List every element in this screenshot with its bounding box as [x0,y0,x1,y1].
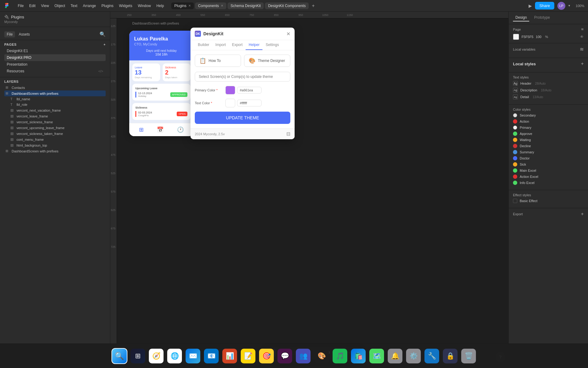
zoom-level: 100% [576,4,584,8]
dock-miro[interactable]: 🎯 [258,348,274,364]
search-icon[interactable]: 🔍 [100,31,106,37]
select-screen-input[interactable] [195,72,290,82]
tab-designkit-components[interactable]: DesignKit Components [265,2,309,9]
tab-schema[interactable]: Schema DesignKit [228,2,264,9]
dock-notification[interactable]: 🔔 [387,348,403,364]
cs-secondary-dot [513,113,517,117]
menu-widgets[interactable]: Widgets [117,2,135,9]
menu-edit[interactable]: Edit [27,2,38,9]
effect-styles-section: Effect styles Basic Effect [509,190,588,208]
prototype-tab[interactable]: Prototype [532,14,552,21]
tab-plugins[interactable]: Plugins ✕ [171,2,194,9]
local-styles-add[interactable]: + [581,61,584,67]
layer-leave-frame[interactable]: ▤ vercont_leave_frame [9,113,106,119]
avatar[interactable]: LP [557,2,565,10]
calendar-icon[interactable]: 📅 [157,126,164,133]
add-page-button[interactable]: + [104,43,106,46]
share-button[interactable]: Share [535,2,554,10]
dock-xcode[interactable]: 🔧 [424,348,440,364]
design-tab[interactable]: Design [513,14,529,21]
dock-systemprefs[interactable]: ⚙️ [405,348,421,364]
file-button[interactable]: File [4,31,15,37]
primary-color-swatch[interactable] [225,86,235,94]
present-icon[interactable]: ▶ [529,3,532,8]
dock-proxyman[interactable]: 🔒 [442,348,458,364]
detail-style-sub: 13/Auto [533,95,543,99]
export-add[interactable]: + [581,211,584,217]
layer-sickness-taken[interactable]: ▤ vercont_sickness_taken_frame [9,131,106,136]
menu-window[interactable]: Window [135,2,153,9]
text-hex-input[interactable] [237,100,262,106]
dock-maps[interactable]: 🗺️ [369,348,385,364]
add-tab-button[interactable]: + [310,3,316,9]
dock-spotify[interactable]: 🎵 [332,348,348,364]
dock-finder[interactable]: 🔍 [111,348,127,364]
layer-dashboard-prefixes[interactable]: ⊞ DashboardScreen with prefixes [4,90,106,96]
page-item-presentation[interactable]: Presentation [4,61,106,68]
close-tab-plugins[interactable]: ✕ [188,4,191,7]
dock-chrome[interactable]: 🌐 [167,348,183,364]
layer-background[interactable]: ▤ html_backgroun_top [9,142,106,148]
close-tab-components[interactable]: ✕ [221,4,223,7]
page-color-swatch[interactable] [513,34,519,40]
page-item-resources[interactable]: Resources </> [4,68,106,75]
howto-button[interactable]: 📋 How To [195,55,241,67]
dock-trash[interactable]: 🗑️ [461,348,477,364]
cs-doctor: Doctor [513,156,584,160]
menu-file[interactable]: File [15,2,26,9]
dock-powerpoint[interactable]: 📊 [222,348,238,364]
dock-figma[interactable]: 🎨 [314,348,330,364]
helper-buttons: 📋 How To 🎨 Theme Designer [195,55,290,67]
menu-object[interactable]: Object [52,2,68,9]
clock-icon[interactable]: 🕐 [177,126,184,133]
leave-cards: Leave 13 Days remaining Sickness 2 Days … [132,63,190,81]
layer-icon-frame3: ▤ [10,120,15,124]
tab-helper[interactable]: Helper [246,40,262,50]
popup-close-button[interactable]: ✕ [286,31,290,37]
local-variables-add[interactable]: ≋ [580,46,584,52]
layer-lbl-name[interactable]: T lbl_name [9,96,106,102]
assets-button[interactable]: Assets [16,31,32,37]
menu-arrange[interactable]: Arrange [81,2,99,9]
menu-plugins[interactable]: Plugins [99,2,116,9]
dock-outlook[interactable]: 📧 [203,348,219,364]
primary-hex-input[interactable] [237,87,262,94]
page-item-designkit-e1[interactable]: DesignKit E1 [4,48,106,54]
layer-next-vacation[interactable]: ▤ vercont_next_vacation_frame [9,107,106,113]
tab-settings[interactable]: Settings [262,40,282,50]
menu-help[interactable]: Help [154,2,167,9]
dock-launchpad[interactable]: ⊞ [130,348,146,364]
main-layout: 🔌 Plugins Mycondy File Assets 🔍 Pages + … [0,12,588,368]
dock-slack[interactable]: 💬 [277,348,293,364]
menu-text[interactable]: Text [68,2,80,9]
page-item-designkit-pro[interactable]: DesignKit PRO [4,54,106,61]
layer-lbl-role[interactable]: T lbl_role [9,102,106,107]
figma-dock-icon: 🎨 [314,349,329,363]
grid-icon[interactable]: ⊞ [139,126,144,133]
local-variables-icon[interactable]: ≋ [581,27,584,31]
figma-logo[interactable] [4,2,10,9]
dock-appstore[interactable]: 🛍️ [350,348,366,364]
layer-sickness-frame[interactable]: ▤ vercont_sickness_frame [9,119,106,125]
color-styles-title: Color styles [513,108,530,111]
text-color-swatch[interactable] [225,99,235,107]
page-section: Page ≋ F5F5F5 100 % 👁 [509,24,588,43]
tab-components[interactable]: Components ✕ [195,2,226,9]
cs-action-excel: Action Excel [513,174,584,179]
menu-view[interactable]: View [39,2,51,9]
layer-contacts[interactable]: ⊞ Contacts [4,85,106,90]
layer-upcoming-leave[interactable]: ▤ vercont_upcoming_leave_frame [9,125,106,131]
eye-icon[interactable]: 👁 [580,35,584,39]
tab-import[interactable]: Import [212,40,229,50]
tab-builder[interactable]: Builder [195,40,212,50]
dock-mail[interactable]: ✉️ [185,348,201,364]
tab-export[interactable]: Export [229,40,246,50]
layer-dashboard2[interactable]: ⊞ DashboardScreen with prefixes [4,148,106,154]
theme-designer-button[interactable]: 🎨 Theme Designer [244,55,290,67]
dock-teams[interactable]: 👥 [295,348,311,364]
dock-stickies[interactable]: 📝 [240,348,256,364]
layer-menu-frame[interactable]: ▤ cont_menu_frame [9,136,106,142]
chevron-down-icon[interactable]: ▾ [568,4,570,8]
update-theme-button[interactable]: UPDATE THEME [195,112,290,124]
dock-safari[interactable]: 🧭 [148,348,164,364]
